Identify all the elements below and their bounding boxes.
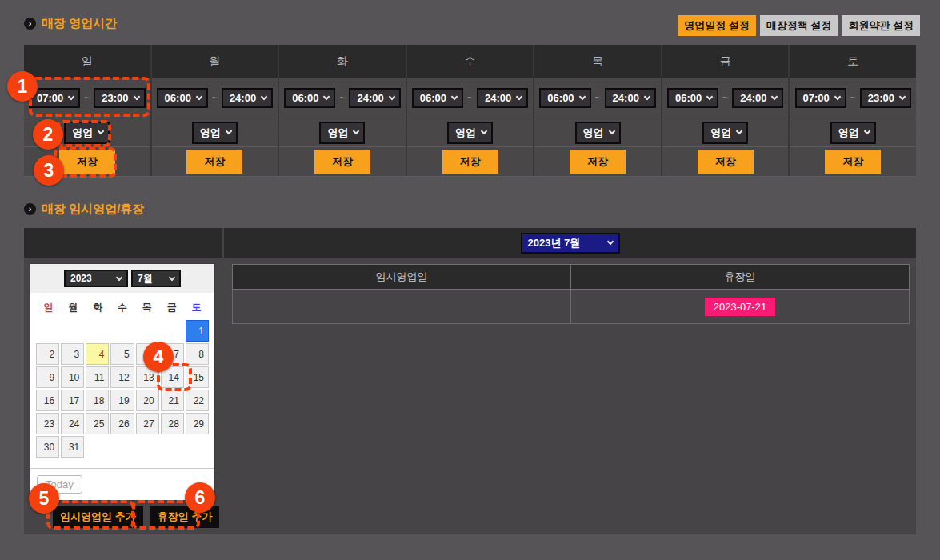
calendar-day-cell[interactable]: 19 — [110, 390, 134, 411]
calendar-day-cell[interactable]: 10 — [61, 366, 84, 388]
calendar-day-cell[interactable]: 3 — [61, 343, 84, 365]
calendar-day-cell[interactable]: 24 — [61, 413, 84, 434]
calendar-day-cell[interactable]: 17 — [61, 390, 84, 411]
panel-top-bar: 2023년 7월 — [24, 228, 916, 258]
day-column-토: 토07:00~23:00영업저장 — [790, 45, 916, 176]
time-range-cell: 06:00~24:00 — [407, 78, 534, 118]
chevron-down-icon — [834, 93, 841, 99]
calendar-day-cell[interactable]: 16 — [36, 390, 59, 411]
calendar-day-cell[interactable]: 31 — [61, 436, 84, 458]
calendar-day-cell[interactable]: 9 — [36, 366, 59, 388]
calendar-day-cell[interactable]: 12 — [110, 366, 134, 388]
save-button[interactable]: 저장 — [314, 150, 370, 174]
calendar-day-cell[interactable]: 18 — [86, 390, 109, 411]
calendar-year-select[interactable]: 2023 — [64, 270, 128, 287]
closed-date-badge[interactable]: 2023-07-21 — [705, 298, 776, 316]
calendar-day-cell[interactable]: 11 — [86, 366, 109, 388]
arrow-bullet-icon: › — [24, 203, 36, 215]
settings-button-1[interactable]: 영업일정 설정 — [678, 15, 756, 36]
close-time-select[interactable]: 24:00 — [732, 88, 783, 108]
chevron-down-icon — [516, 93, 522, 99]
calendar-empty-cell — [110, 320, 134, 342]
settings-button-3[interactable]: 회원약관 설정 — [842, 15, 920, 36]
open-time-select[interactable]: 07:00 — [795, 88, 846, 108]
chevron-down-icon — [196, 93, 202, 99]
calendar-day-cell[interactable]: 28 — [161, 413, 184, 434]
day-header: 토 — [790, 45, 916, 78]
status-select[interactable]: 영업 — [447, 122, 493, 144]
closed-dates-cell: 2023-07-21 — [571, 290, 910, 324]
calendar-day-cell[interactable]: 30 — [36, 436, 59, 458]
save-cell: 저장 — [152, 146, 278, 176]
schedule-table-header: 임시영업일 휴장일 — [232, 264, 910, 290]
panel-top-right-cell: 2023년 7월 — [224, 228, 916, 258]
chevron-down-icon — [644, 93, 650, 99]
save-button[interactable]: 저장 — [186, 150, 242, 174]
chevron-down-icon — [864, 128, 870, 134]
status-select[interactable]: 영업 — [702, 122, 748, 144]
save-button[interactable]: 저장 — [825, 150, 881, 174]
open-time-select[interactable]: 06:00 — [539, 88, 590, 108]
calendar-empty-cell — [161, 320, 184, 342]
calendar-year-value: 2023 — [70, 273, 92, 284]
calendar-day-cell[interactable]: 5 — [110, 343, 134, 365]
open-time-select[interactable]: 06:00 — [667, 88, 718, 108]
open-time-select[interactable]: 06:00 — [157, 88, 208, 108]
calendar-empty-cell — [86, 436, 109, 458]
calendar-day-cell[interactable]: 1 — [186, 320, 209, 342]
calendar-month-select[interactable]: 7월 — [131, 270, 181, 287]
panel-top-left-cell — [24, 228, 224, 258]
annotation-circle-5: 5 — [29, 483, 59, 514]
save-button[interactable]: 저장 — [442, 150, 498, 174]
annotation-circle-3: 3 — [34, 155, 64, 186]
save-button[interactable]: 저장 — [698, 150, 754, 174]
open-time-select[interactable]: 06:00 — [284, 88, 335, 108]
save-cell: 저장 — [790, 146, 916, 176]
calendar-day-cell[interactable]: 25 — [86, 413, 109, 434]
status-cell: 영업 — [279, 118, 406, 146]
chevron-down-icon — [771, 93, 778, 99]
month-select-value: 2023년 7월 — [528, 236, 581, 250]
month-select[interactable]: 2023년 7월 — [521, 233, 620, 254]
settings-button-2[interactable]: 매장정책 설정 — [760, 15, 838, 36]
save-button[interactable]: 저장 — [570, 150, 626, 174]
calendar-day-cell[interactable]: 2 — [36, 343, 59, 365]
calendar-day-cell[interactable]: 23 — [36, 413, 59, 434]
section-title-business-hours: › 매장 영업시간 — [24, 16, 117, 31]
day-column-월: 월06:00~24:00영업저장 — [152, 45, 280, 176]
schedule-table-row: 2023-07-21 — [232, 290, 910, 324]
weekday-label-목: 목 — [134, 301, 159, 314]
closed-column-header: 휴장일 — [571, 264, 910, 290]
calendar-day-cell[interactable]: 27 — [136, 413, 159, 434]
calendar-day-cell[interactable]: 29 — [186, 413, 209, 434]
calendar-day-cell[interactable]: 22 — [186, 390, 209, 411]
chevron-down-icon — [261, 93, 267, 99]
business-hours-table: 일07:00~23:00영업저장월06:00~24:00영업저장화06:00~2… — [24, 45, 916, 177]
day-header: 일 — [24, 45, 150, 78]
calendar-day-cell[interactable]: 8 — [186, 343, 209, 365]
temp-open-dates-cell — [232, 290, 571, 324]
calendar-day-cell[interactable]: 26 — [110, 413, 134, 434]
close-time-select[interactable]: 23:00 — [860, 88, 911, 108]
day-column-목: 목06:00~24:00영업저장 — [534, 45, 662, 176]
close-time-select[interactable]: 24:00 — [605, 88, 656, 108]
status-select[interactable]: 영업 — [319, 122, 365, 144]
status-select[interactable]: 영업 — [575, 122, 621, 144]
annotation-circle-6: 6 — [185, 482, 215, 513]
close-time-select[interactable]: 24:00 — [222, 88, 273, 108]
time-range-cell: 06:00~24:00 — [152, 78, 278, 118]
calendar-day-cell[interactable]: 20 — [136, 390, 159, 411]
day-header: 화 — [279, 45, 406, 78]
status-select[interactable]: 영업 — [192, 122, 238, 144]
save-cell: 저장 — [279, 146, 406, 176]
calendar-day-cell[interactable]: 4 — [86, 343, 109, 365]
temp-open-column-header: 임시영업일 — [232, 264, 571, 290]
status-select[interactable]: 영업 — [830, 122, 876, 144]
chevron-down-icon — [736, 128, 742, 134]
open-time-select[interactable]: 06:00 — [412, 88, 463, 108]
store-settings-page: › 매장 영업시간 영업일정 설정매장정책 설정회원약관 설정 일07:00~2… — [0, 0, 940, 560]
calendar-empty-cell — [136, 436, 159, 458]
calendar-day-cell[interactable]: 21 — [161, 390, 184, 411]
close-time-select[interactable]: 24:00 — [349, 88, 400, 108]
close-time-select[interactable]: 24:00 — [477, 88, 528, 108]
